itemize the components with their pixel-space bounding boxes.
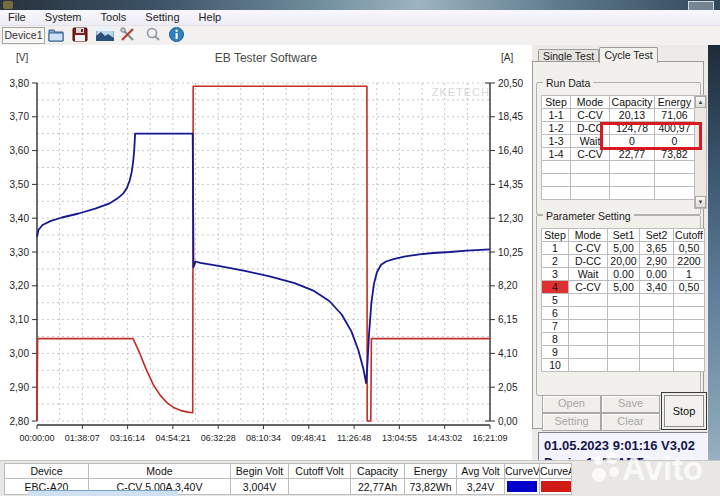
cell[interactable]: D-CC: [569, 255, 608, 268]
export-image-icon[interactable]: [96, 27, 114, 43]
cell[interactable]: 1-1: [542, 109, 571, 122]
cell[interactable]: [571, 161, 610, 174]
cell[interactable]: [571, 174, 610, 187]
table-row[interactable]: [542, 174, 695, 187]
cell[interactable]: C-CV: [569, 242, 608, 255]
cell[interactable]: 1: [542, 242, 569, 255]
cell[interactable]: [542, 174, 571, 187]
cell[interactable]: [610, 174, 655, 187]
cell[interactable]: [674, 333, 705, 346]
cell[interactable]: [571, 187, 610, 200]
cell[interactable]: [608, 333, 640, 346]
cell[interactable]: [608, 307, 640, 320]
table-row[interactable]: [542, 187, 695, 200]
cell[interactable]: 8: [542, 333, 569, 346]
cell[interactable]: [610, 161, 655, 174]
menu-file[interactable]: File: [0, 10, 34, 25]
scroll-down-icon[interactable]: ▼: [695, 196, 706, 208]
table-row[interactable]: 6: [542, 307, 705, 320]
menu-help[interactable]: Help: [191, 10, 230, 25]
cell[interactable]: 3: [542, 268, 569, 281]
cell[interactable]: [674, 320, 705, 333]
table-row[interactable]: 7: [542, 320, 705, 333]
cell[interactable]: 1: [674, 268, 705, 281]
cell[interactable]: 5: [542, 294, 569, 307]
tools-icon[interactable]: [120, 27, 138, 43]
table-row[interactable]: 4C-CV5,003,400,50: [542, 281, 705, 294]
cell[interactable]: 20,13: [610, 109, 655, 122]
save-icon[interactable]: [72, 27, 90, 43]
cell[interactable]: C-CV: [571, 109, 610, 122]
cell[interactable]: 4: [542, 281, 569, 294]
clear-button[interactable]: Clear: [601, 413, 660, 431]
cell[interactable]: [569, 307, 608, 320]
scroll-up-icon[interactable]: ▲: [695, 96, 706, 108]
cell[interactable]: [542, 161, 571, 174]
cell[interactable]: [655, 161, 695, 174]
table-row[interactable]: 1-1C-CV20,1371,06: [542, 109, 695, 122]
cell[interactable]: [655, 187, 695, 200]
cell[interactable]: 0.00: [608, 268, 640, 281]
cell[interactable]: [542, 187, 571, 200]
cell[interactable]: [674, 294, 705, 307]
menu-system[interactable]: System: [37, 10, 90, 25]
cell[interactable]: 0.00: [640, 268, 674, 281]
cell[interactable]: 7: [542, 320, 569, 333]
cell[interactable]: [674, 346, 705, 359]
cell[interactable]: [655, 174, 695, 187]
cell[interactable]: [640, 333, 674, 346]
table-row[interactable]: 2D-CC20,002,902200: [542, 255, 705, 268]
table-row[interactable]: 10: [542, 359, 705, 372]
cell[interactable]: 2,90: [640, 255, 674, 268]
setting-button[interactable]: Setting: [542, 413, 601, 431]
cell[interactable]: 3,40: [640, 281, 674, 294]
cell[interactable]: 0,50: [674, 242, 705, 255]
menu-setting[interactable]: Setting: [137, 10, 187, 25]
cell[interactable]: [608, 320, 640, 333]
open-folder-icon[interactable]: [48, 27, 66, 43]
table-row[interactable]: [542, 161, 695, 174]
cell[interactable]: 1-3: [542, 135, 571, 148]
cell[interactable]: 2: [542, 255, 569, 268]
cell[interactable]: [640, 359, 674, 372]
cell[interactable]: 10: [542, 359, 569, 372]
cell[interactable]: 0,50: [674, 281, 705, 294]
cell[interactable]: [608, 346, 640, 359]
cell[interactable]: 5,00: [608, 242, 640, 255]
info-icon[interactable]: [169, 27, 187, 43]
stop-button[interactable]: Stop: [661, 392, 707, 430]
cell[interactable]: [569, 333, 608, 346]
cell[interactable]: [674, 307, 705, 320]
open-button[interactable]: Open: [542, 395, 601, 413]
cell[interactable]: [569, 346, 608, 359]
cell[interactable]: [674, 359, 705, 372]
cell[interactable]: C-CV: [569, 281, 608, 294]
cell[interactable]: [640, 307, 674, 320]
cell[interactable]: 71,06: [655, 109, 695, 122]
zoom-icon[interactable]: [145, 27, 163, 43]
cell[interactable]: 9: [542, 346, 569, 359]
table-row[interactable]: 5: [542, 294, 705, 307]
cell[interactable]: 6: [542, 307, 569, 320]
save-button[interactable]: Save: [601, 395, 660, 413]
cell[interactable]: [608, 359, 640, 372]
cell[interactable]: [640, 346, 674, 359]
cell[interactable]: 5,00: [608, 281, 640, 294]
cell[interactable]: [640, 294, 674, 307]
cell[interactable]: [640, 320, 674, 333]
cell[interactable]: 20,00: [608, 255, 640, 268]
table-row[interactable]: 9: [542, 346, 705, 359]
run-data-scrollbar[interactable]: ▲ ▼: [694, 95, 707, 209]
cell[interactable]: [569, 359, 608, 372]
cell[interactable]: 3,65: [640, 242, 674, 255]
table-row[interactable]: 3Wait0.000.001: [542, 268, 705, 281]
cell[interactable]: [569, 294, 608, 307]
menu-tools[interactable]: Tools: [93, 10, 135, 25]
device-tab[interactable]: Device1: [2, 27, 45, 44]
cell[interactable]: 2200: [674, 255, 705, 268]
cell[interactable]: [610, 187, 655, 200]
cell[interactable]: [569, 320, 608, 333]
table-row[interactable]: 8: [542, 333, 705, 346]
table-row[interactable]: 1C-CV5,003,650,50: [542, 242, 705, 255]
cell[interactable]: Wait: [569, 268, 608, 281]
